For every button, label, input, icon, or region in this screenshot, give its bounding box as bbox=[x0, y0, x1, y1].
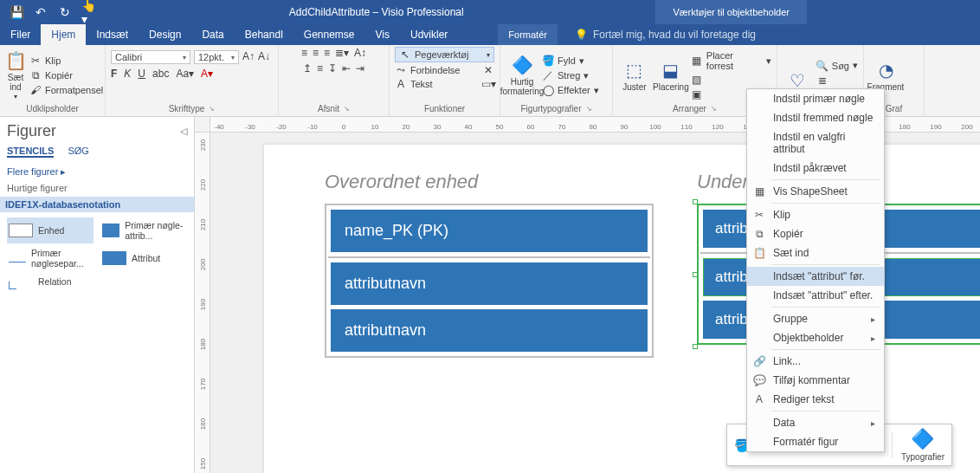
tab-indsat[interactable]: Indsæt bbox=[86, 24, 139, 45]
font-family-combo[interactable]: Calibri bbox=[111, 50, 190, 64]
tab-filer[interactable]: Filer bbox=[0, 24, 41, 45]
case-button[interactable]: Aa▾ bbox=[176, 68, 194, 80]
font-size-combo[interactable]: 12pkt. bbox=[194, 50, 239, 64]
ruler-corner bbox=[195, 117, 210, 133]
more-shapes-link[interactable]: Flere figurer ▸ bbox=[7, 166, 187, 178]
clipboard-group-label: Udklipsholder bbox=[5, 104, 100, 114]
entity-parent[interactable]: Overordnet enhed name_PK (PK) attributna… bbox=[325, 171, 654, 358]
increase-font-icon[interactable]: A↑ bbox=[242, 50, 255, 64]
undo-icon[interactable]: ↶ bbox=[33, 4, 48, 20]
x-icon[interactable]: ✕ bbox=[482, 64, 494, 76]
ctx-comment[interactable]: 💬Tilføj kommentar bbox=[747, 371, 884, 390]
align-icon: ⬚ bbox=[624, 60, 645, 81]
shape-attribut[interactable]: Attribut bbox=[100, 245, 187, 271]
ctx-primary-key[interactable]: Indstil primær nøgle bbox=[747, 89, 884, 108]
underline-button[interactable]: U bbox=[138, 68, 145, 80]
redo-icon[interactable]: ↻ bbox=[57, 4, 73, 20]
bold-button[interactable]: F bbox=[111, 68, 117, 80]
quick-styles-button[interactable]: 🔷Hurtig formatering bbox=[506, 55, 538, 96]
scissors-icon: ✂ bbox=[29, 55, 42, 67]
ctx-insert-after[interactable]: Indsæt "attribut" efter. bbox=[747, 286, 884, 305]
pointer-tool[interactable]: ↖Pegeværktøj▾ bbox=[395, 47, 494, 62]
layers-icon: ≣ bbox=[816, 75, 828, 87]
line-button[interactable]: ／Streg▾ bbox=[542, 69, 599, 81]
group-icon: ▣ bbox=[691, 88, 703, 100]
italic-button[interactable]: K bbox=[124, 68, 131, 80]
comment-icon: 💬 bbox=[752, 374, 766, 386]
bring-front-button[interactable]: ▦Placer forrest▾ bbox=[691, 50, 771, 71]
connector-tool[interactable]: ⤳Forbindelse✕ bbox=[395, 64, 494, 76]
ctx-group[interactable]: Gruppe bbox=[747, 309, 884, 328]
ctx-edit-text[interactable]: ARediger tekst bbox=[747, 390, 884, 409]
fill-button[interactable]: 🪣Fyld▾ bbox=[542, 55, 599, 67]
entity1-row-1[interactable]: attributnavn bbox=[331, 262, 648, 305]
ctx-foreign-key[interactable]: Indstil fremmed nøgle bbox=[747, 108, 884, 127]
ctx-cut[interactable]: ✂Klip bbox=[747, 205, 884, 224]
decrease-font-icon[interactable]: A↓ bbox=[258, 50, 270, 64]
format-painter-button[interactable]: 🖌Formatpensel bbox=[29, 84, 103, 96]
shape-relation[interactable]: Relation bbox=[7, 273, 93, 290]
fragment-button[interactable]: ◔Fragment bbox=[869, 60, 902, 92]
align-left-icon[interactable]: ≡ bbox=[301, 47, 307, 59]
bulb-icon: 💡 bbox=[575, 29, 588, 41]
collapse-icon[interactable]: ◁ bbox=[180, 126, 187, 137]
ctx-data[interactable]: Data bbox=[747, 413, 884, 432]
shape-pk-attr[interactable]: Primær nøgle-attrib... bbox=[100, 217, 187, 243]
valign-bot-icon[interactable]: ↧ bbox=[328, 62, 337, 75]
layers-button[interactable]: ≣ bbox=[816, 75, 858, 87]
tell-me[interactable]: 💡Fortæl mig, hvad du vil foretage dig bbox=[558, 24, 756, 45]
tab-data[interactable]: Data bbox=[191, 24, 234, 45]
indent-right-icon[interactable]: ⇥ bbox=[356, 62, 364, 75]
tab-vis[interactable]: Vis bbox=[365, 24, 400, 45]
bullets-icon[interactable]: ≣▾ bbox=[335, 47, 349, 59]
send-back-button[interactable]: ▧ bbox=[691, 74, 771, 86]
tab-design[interactable]: Design bbox=[139, 24, 191, 45]
stencil-selected[interactable]: IDEF1X-databasenotation bbox=[0, 197, 194, 212]
pane-tab-search[interactable]: SØG bbox=[68, 146, 88, 158]
rect-icon[interactable]: ▭▾ bbox=[482, 78, 494, 90]
search-button[interactable]: 🔍Søg▾ bbox=[816, 60, 858, 72]
copy-icon: ⧉ bbox=[752, 228, 766, 240]
entity1-row-2[interactable]: attributnavn bbox=[331, 309, 648, 352]
ctx-paste[interactable]: 📋Sæt ind bbox=[747, 243, 884, 262]
copy-button[interactable]: ⧉Kopiér bbox=[29, 69, 103, 81]
ctx-format-shape[interactable]: Formatér figur bbox=[747, 432, 884, 451]
save-icon[interactable]: 💾 bbox=[9, 4, 24, 20]
tab-formater[interactable]: Formatér bbox=[498, 24, 558, 45]
indent-left-icon[interactable]: ⇤ bbox=[342, 62, 351, 75]
front-icon: ▦ bbox=[691, 55, 703, 67]
ctx-insert-before[interactable]: Indsæt "attribut" før. bbox=[747, 267, 884, 286]
text-direction-icon[interactable]: A↕ bbox=[354, 47, 366, 59]
change-shape-button[interactable]: ♡ bbox=[783, 70, 813, 91]
ctx-optional-attr[interactable]: Indstil en valgfri attribut bbox=[747, 127, 884, 159]
shape-pk-sep[interactable]: Primær nøglesepar... bbox=[7, 245, 93, 271]
position-button[interactable]: ⬓Placering bbox=[654, 60, 687, 92]
tab-hjem[interactable]: Hjem bbox=[41, 24, 86, 45]
mt-styles-button[interactable]: 🔷Typografier bbox=[901, 428, 945, 462]
tab-behandl[interactable]: Behandl bbox=[235, 24, 293, 45]
ribbon-tabs: Filer Hjem Indsæt Design Data Behandl Ge… bbox=[0, 24, 980, 45]
ctx-copy[interactable]: ⧉Kopiér bbox=[747, 224, 884, 243]
tab-gennemse[interactable]: Gennemse bbox=[293, 24, 365, 45]
align-center-icon[interactable]: ≡ bbox=[313, 47, 319, 59]
touch-mode-icon[interactable]: 👆▾ bbox=[81, 4, 97, 20]
align-button[interactable]: ⬚Juster bbox=[618, 60, 651, 92]
valign-mid-icon[interactable]: ≡ bbox=[317, 62, 323, 75]
valign-top-icon[interactable]: ↥ bbox=[303, 62, 312, 75]
font-color-button[interactable]: A▾ bbox=[201, 68, 213, 80]
strike-button[interactable]: abc bbox=[152, 68, 169, 80]
fragment-icon: ◔ bbox=[875, 60, 896, 81]
pane-tab-stencils[interactable]: STENCILS bbox=[7, 146, 54, 158]
ctx-container[interactable]: Objektbeholder bbox=[747, 328, 884, 347]
paste-button[interactable]: 📋Sæt ind▾ bbox=[5, 50, 26, 101]
shape-enhed[interactable]: Enhed bbox=[7, 217, 93, 243]
align-right-icon[interactable]: ≡ bbox=[324, 47, 330, 59]
ctx-required[interactable]: Indstil påkrævet bbox=[747, 159, 884, 178]
entity1-row-0[interactable]: name_PK (PK) bbox=[331, 210, 648, 252]
effects-button[interactable]: ◯Effekter▾ bbox=[542, 84, 599, 96]
tab-udvikler[interactable]: Udvikler bbox=[400, 24, 458, 45]
cut-button[interactable]: ✂Klip bbox=[29, 55, 103, 67]
text-tool[interactable]: ATekst▭▾ bbox=[395, 78, 494, 90]
ctx-link[interactable]: 🔗Link... bbox=[747, 352, 884, 371]
ctx-shapesheet[interactable]: ▦Vis ShapeSheet bbox=[747, 182, 884, 201]
